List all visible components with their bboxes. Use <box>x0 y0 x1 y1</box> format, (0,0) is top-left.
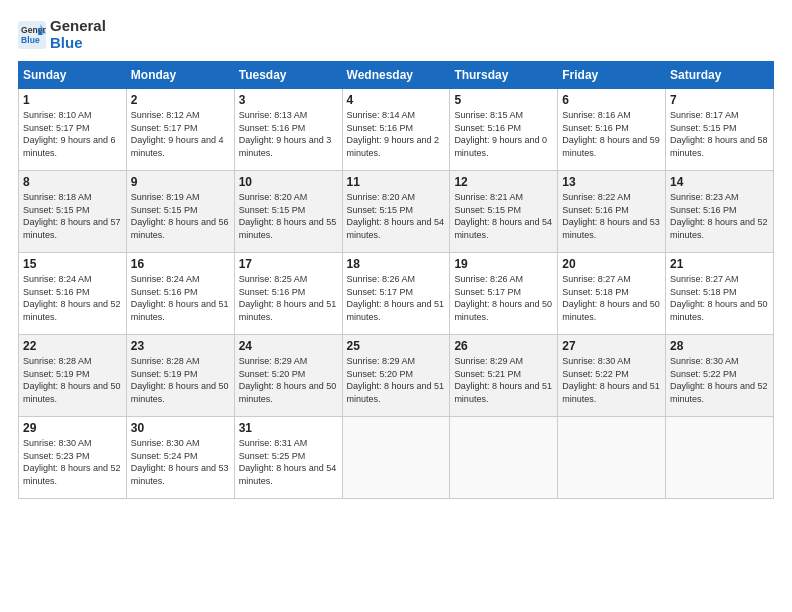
calendar-cell <box>450 417 558 499</box>
logo-icon: General Blue <box>18 21 46 49</box>
day-info: Sunrise: 8:14 AM Sunset: 5:16 PM Dayligh… <box>347 109 446 159</box>
day-number: 3 <box>239 93 338 107</box>
day-info: Sunrise: 8:27 AM Sunset: 5:18 PM Dayligh… <box>562 273 661 323</box>
day-number: 2 <box>131 93 230 107</box>
day-number: 7 <box>670 93 769 107</box>
day-info: Sunrise: 8:29 AM Sunset: 5:20 PM Dayligh… <box>239 355 338 405</box>
calendar-cell: 30 Sunrise: 8:30 AM Sunset: 5:24 PM Dayl… <box>126 417 234 499</box>
day-info: Sunrise: 8:19 AM Sunset: 5:15 PM Dayligh… <box>131 191 230 241</box>
day-number: 23 <box>131 339 230 353</box>
day-number: 24 <box>239 339 338 353</box>
day-number: 19 <box>454 257 553 271</box>
calendar-cell: 12 Sunrise: 8:21 AM Sunset: 5:15 PM Dayl… <box>450 171 558 253</box>
day-number: 31 <box>239 421 338 435</box>
calendar-cell: 21 Sunrise: 8:27 AM Sunset: 5:18 PM Dayl… <box>666 253 774 335</box>
day-info: Sunrise: 8:10 AM Sunset: 5:17 PM Dayligh… <box>23 109 122 159</box>
calendar-cell: 16 Sunrise: 8:24 AM Sunset: 5:16 PM Dayl… <box>126 253 234 335</box>
calendar-cell <box>666 417 774 499</box>
day-info: Sunrise: 8:30 AM Sunset: 5:22 PM Dayligh… <box>670 355 769 405</box>
day-number: 17 <box>239 257 338 271</box>
calendar-cell <box>342 417 450 499</box>
calendar-cell: 4 Sunrise: 8:14 AM Sunset: 5:16 PM Dayli… <box>342 89 450 171</box>
weekday-header-tuesday: Tuesday <box>234 62 342 89</box>
weekday-header-sunday: Sunday <box>19 62 127 89</box>
page: General Blue General Blue SundayMondayTu… <box>0 0 792 612</box>
day-number: 29 <box>23 421 122 435</box>
day-number: 27 <box>562 339 661 353</box>
day-info: Sunrise: 8:20 AM Sunset: 5:15 PM Dayligh… <box>347 191 446 241</box>
weekday-header-monday: Monday <box>126 62 234 89</box>
day-info: Sunrise: 8:29 AM Sunset: 5:21 PM Dayligh… <box>454 355 553 405</box>
day-number: 1 <box>23 93 122 107</box>
weekday-header-thursday: Thursday <box>450 62 558 89</box>
calendar-cell: 15 Sunrise: 8:24 AM Sunset: 5:16 PM Dayl… <box>19 253 127 335</box>
day-info: Sunrise: 8:18 AM Sunset: 5:15 PM Dayligh… <box>23 191 122 241</box>
day-info: Sunrise: 8:30 AM Sunset: 5:23 PM Dayligh… <box>23 437 122 487</box>
day-info: Sunrise: 8:26 AM Sunset: 5:17 PM Dayligh… <box>347 273 446 323</box>
weekday-header-wednesday: Wednesday <box>342 62 450 89</box>
calendar-cell: 24 Sunrise: 8:29 AM Sunset: 5:20 PM Dayl… <box>234 335 342 417</box>
day-number: 26 <box>454 339 553 353</box>
calendar-cell: 14 Sunrise: 8:23 AM Sunset: 5:16 PM Dayl… <box>666 171 774 253</box>
calendar-cell: 29 Sunrise: 8:30 AM Sunset: 5:23 PM Dayl… <box>19 417 127 499</box>
day-number: 6 <box>562 93 661 107</box>
day-info: Sunrise: 8:23 AM Sunset: 5:16 PM Dayligh… <box>670 191 769 241</box>
day-info: Sunrise: 8:22 AM Sunset: 5:16 PM Dayligh… <box>562 191 661 241</box>
logo-general: General <box>50 18 106 35</box>
day-number: 4 <box>347 93 446 107</box>
day-number: 10 <box>239 175 338 189</box>
calendar-cell: 20 Sunrise: 8:27 AM Sunset: 5:18 PM Dayl… <box>558 253 666 335</box>
day-info: Sunrise: 8:15 AM Sunset: 5:16 PM Dayligh… <box>454 109 553 159</box>
day-info: Sunrise: 8:31 AM Sunset: 5:25 PM Dayligh… <box>239 437 338 487</box>
calendar-cell: 25 Sunrise: 8:29 AM Sunset: 5:20 PM Dayl… <box>342 335 450 417</box>
calendar-cell: 2 Sunrise: 8:12 AM Sunset: 5:17 PM Dayli… <box>126 89 234 171</box>
header: General Blue General Blue <box>18 18 774 51</box>
day-info: Sunrise: 8:26 AM Sunset: 5:17 PM Dayligh… <box>454 273 553 323</box>
calendar-cell: 18 Sunrise: 8:26 AM Sunset: 5:17 PM Dayl… <box>342 253 450 335</box>
calendar-cell: 13 Sunrise: 8:22 AM Sunset: 5:16 PM Dayl… <box>558 171 666 253</box>
calendar-cell: 23 Sunrise: 8:28 AM Sunset: 5:19 PM Dayl… <box>126 335 234 417</box>
calendar-cell: 6 Sunrise: 8:16 AM Sunset: 5:16 PM Dayli… <box>558 89 666 171</box>
day-number: 14 <box>670 175 769 189</box>
day-number: 18 <box>347 257 446 271</box>
calendar-cell: 26 Sunrise: 8:29 AM Sunset: 5:21 PM Dayl… <box>450 335 558 417</box>
day-number: 16 <box>131 257 230 271</box>
day-number: 30 <box>131 421 230 435</box>
day-info: Sunrise: 8:28 AM Sunset: 5:19 PM Dayligh… <box>23 355 122 405</box>
day-info: Sunrise: 8:17 AM Sunset: 5:15 PM Dayligh… <box>670 109 769 159</box>
day-info: Sunrise: 8:20 AM Sunset: 5:15 PM Dayligh… <box>239 191 338 241</box>
day-info: Sunrise: 8:25 AM Sunset: 5:16 PM Dayligh… <box>239 273 338 323</box>
calendar-cell: 22 Sunrise: 8:28 AM Sunset: 5:19 PM Dayl… <box>19 335 127 417</box>
day-number: 20 <box>562 257 661 271</box>
day-number: 22 <box>23 339 122 353</box>
svg-text:Blue: Blue <box>21 34 40 44</box>
calendar-cell: 8 Sunrise: 8:18 AM Sunset: 5:15 PM Dayli… <box>19 171 127 253</box>
calendar-cell: 5 Sunrise: 8:15 AM Sunset: 5:16 PM Dayli… <box>450 89 558 171</box>
day-info: Sunrise: 8:24 AM Sunset: 5:16 PM Dayligh… <box>131 273 230 323</box>
calendar-table: SundayMondayTuesdayWednesdayThursdayFrid… <box>18 61 774 499</box>
day-number: 28 <box>670 339 769 353</box>
day-info: Sunrise: 8:30 AM Sunset: 5:22 PM Dayligh… <box>562 355 661 405</box>
calendar-cell: 17 Sunrise: 8:25 AM Sunset: 5:16 PM Dayl… <box>234 253 342 335</box>
calendar-cell: 27 Sunrise: 8:30 AM Sunset: 5:22 PM Dayl… <box>558 335 666 417</box>
calendar-cell: 7 Sunrise: 8:17 AM Sunset: 5:15 PM Dayli… <box>666 89 774 171</box>
calendar-cell: 11 Sunrise: 8:20 AM Sunset: 5:15 PM Dayl… <box>342 171 450 253</box>
weekday-header-friday: Friday <box>558 62 666 89</box>
day-number: 12 <box>454 175 553 189</box>
calendar-cell: 1 Sunrise: 8:10 AM Sunset: 5:17 PM Dayli… <box>19 89 127 171</box>
day-number: 5 <box>454 93 553 107</box>
day-info: Sunrise: 8:21 AM Sunset: 5:15 PM Dayligh… <box>454 191 553 241</box>
calendar-cell: 19 Sunrise: 8:26 AM Sunset: 5:17 PM Dayl… <box>450 253 558 335</box>
day-number: 21 <box>670 257 769 271</box>
calendar-cell: 28 Sunrise: 8:30 AM Sunset: 5:22 PM Dayl… <box>666 335 774 417</box>
day-info: Sunrise: 8:29 AM Sunset: 5:20 PM Dayligh… <box>347 355 446 405</box>
day-info: Sunrise: 8:27 AM Sunset: 5:18 PM Dayligh… <box>670 273 769 323</box>
day-info: Sunrise: 8:12 AM Sunset: 5:17 PM Dayligh… <box>131 109 230 159</box>
day-number: 8 <box>23 175 122 189</box>
day-info: Sunrise: 8:24 AM Sunset: 5:16 PM Dayligh… <box>23 273 122 323</box>
calendar-cell: 9 Sunrise: 8:19 AM Sunset: 5:15 PM Dayli… <box>126 171 234 253</box>
day-info: Sunrise: 8:13 AM Sunset: 5:16 PM Dayligh… <box>239 109 338 159</box>
calendar-cell <box>558 417 666 499</box>
day-info: Sunrise: 8:30 AM Sunset: 5:24 PM Dayligh… <box>131 437 230 487</box>
day-number: 13 <box>562 175 661 189</box>
